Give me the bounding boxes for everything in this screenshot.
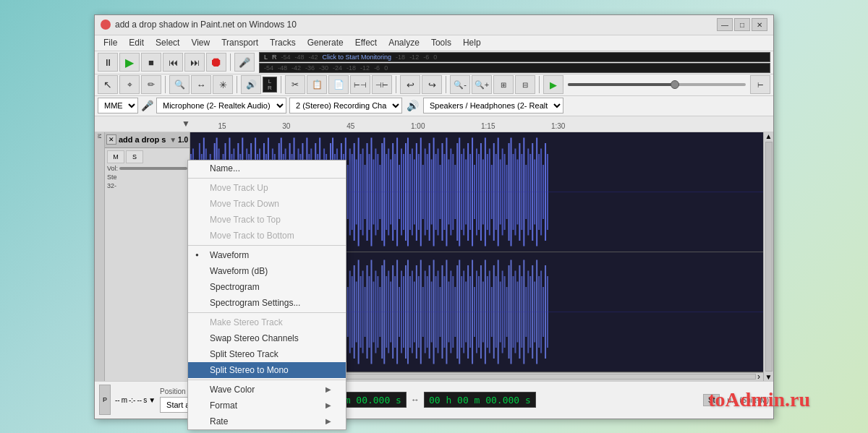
- skip-start-button[interactable]: ⏮: [163, 53, 183, 72]
- menu-analyze[interactable]: Analyze: [383, 36, 425, 49]
- resize-h-tool[interactable]: ↔: [191, 75, 211, 94]
- play2-button[interactable]: ▶: [543, 75, 563, 94]
- pause-button[interactable]: ⏸: [98, 53, 118, 72]
- ctx-wave-color[interactable]: Wave Color ▶: [188, 382, 346, 398]
- menu-tools[interactable]: Tools: [425, 36, 457, 49]
- status-text: St: [703, 394, 720, 406]
- status-area: St: [540, 394, 720, 406]
- draw-tool[interactable]: ✏: [141, 75, 161, 94]
- time-separator: ↔: [411, 395, 420, 405]
- cursor-tool[interactable]: ↖: [98, 75, 118, 94]
- rate-arrow: ▶: [326, 417, 331, 425]
- titlebar: add a drop shadow in Paint.net on Window…: [95, 15, 773, 35]
- menu-generate[interactable]: Generate: [302, 36, 349, 49]
- ctx-waveform[interactable]: Waveform: [188, 247, 346, 263]
- zoom-out-button[interactable]: 🔍-: [450, 75, 470, 94]
- multi-tool[interactable]: ✳: [213, 75, 233, 94]
- sep1: [230, 53, 231, 71]
- wave-color-arrow: ▶: [326, 385, 331, 393]
- context-menu: Name... Move Track Up Move Track Down Mo…: [187, 160, 346, 430]
- format-arrow: ▶: [326, 401, 331, 409]
- playback-end-btn[interactable]: ⊢: [750, 75, 770, 94]
- play-button[interactable]: ▶: [119, 53, 140, 72]
- mic-select[interactable]: Microphone (2- Realtek Audio): [156, 98, 286, 113]
- menu-help[interactable]: Help: [457, 36, 487, 49]
- zoom-in-tool[interactable]: 🔍: [169, 75, 190, 94]
- menu-effect[interactable]: Effect: [349, 36, 383, 49]
- skip-end-button[interactable]: ⏭: [184, 53, 205, 72]
- track-btn-row: M S: [107, 150, 187, 163]
- speaker-icon: 🔊: [407, 100, 419, 111]
- ctx-split-stereo[interactable]: Split Stereo Track: [188, 346, 346, 362]
- menu-transport[interactable]: Transport: [216, 36, 264, 49]
- mic-tool[interactable]: 🎤: [234, 53, 255, 72]
- sep4: [281, 76, 281, 93]
- mic-icon: 🎤: [141, 100, 153, 111]
- ctx-swap-stereo[interactable]: Swap Stereo Channels: [188, 330, 346, 346]
- menu-view[interactable]: View: [185, 36, 216, 49]
- minimize-button[interactable]: —: [717, 18, 733, 31]
- solo-button[interactable]: S: [126, 150, 143, 163]
- time-display-2: 00 h 00 m 00.000 s: [424, 392, 536, 408]
- volume-slider[interactable]: [119, 167, 187, 170]
- ruler-mark-115: 1:15: [481, 122, 495, 130]
- scroll-up-btn[interactable]: ▲: [765, 132, 773, 140]
- paste-button[interactable]: 📄: [328, 75, 349, 94]
- ctx-spectrogram-settings[interactable]: Spectrogram Settings...: [188, 295, 346, 311]
- envelope-tool[interactable]: ⌖: [119, 75, 140, 94]
- ctx-name[interactable]: Name...: [188, 160, 346, 176]
- undo-button[interactable]: ↩: [400, 75, 420, 94]
- api-select[interactable]: MME: [98, 98, 138, 113]
- ctx-make-stereo: Make Stereo Track: [188, 314, 346, 330]
- close-button[interactable]: ✕: [752, 18, 767, 31]
- menu-file[interactable]: File: [98, 36, 123, 49]
- speaker-select[interactable]: Speakers / Headphones (2- Realt: [423, 98, 563, 113]
- record-button[interactable]: ⏺: [206, 53, 226, 72]
- ctx-move-bottom: Move Track to Bottom: [188, 228, 346, 244]
- scroll-right-btn[interactable]: ›: [756, 372, 762, 381]
- ctx-split-mono[interactable]: Split Stereo to Mono: [188, 362, 346, 378]
- mute-button[interactable]: M: [107, 150, 124, 163]
- track-close-button[interactable]: ✕: [106, 134, 116, 145]
- zoom-in-button[interactable]: 🔍+: [472, 75, 492, 94]
- left-bar-label: M: [96, 134, 103, 139]
- menu-select[interactable]: Select: [150, 36, 185, 49]
- ruler-mark-130: 1:30: [551, 122, 565, 130]
- cut-button[interactable]: ✂: [285, 75, 305, 94]
- p-label: P: [99, 385, 111, 415]
- level-meters: L R -54 -48 -42 Click to Start Monitorin…: [259, 52, 770, 73]
- ctx-rate[interactable]: Rate ▶: [188, 413, 346, 429]
- copy-button[interactable]: 📋: [307, 75, 327, 94]
- rate-label: 32-: [107, 182, 187, 189]
- scroll-down-btn[interactable]: ▼: [765, 373, 773, 381]
- toolbar-transport: ⏸ ▶ ■ ⏮ ⏭ ⏺ 🎤 L R -54 -48 -42 Click to S…: [95, 51, 773, 74]
- zoom-fit-button[interactable]: ⊞: [493, 75, 514, 94]
- sep5: [396, 76, 396, 93]
- menu-tracks[interactable]: Tracks: [264, 36, 302, 49]
- ruler-mark-30: 30: [282, 122, 290, 130]
- stop-button[interactable]: ■: [141, 53, 161, 72]
- ctx-format[interactable]: Format ▶: [188, 398, 346, 413]
- zoom-sel-button[interactable]: ⊟: [515, 75, 535, 94]
- trim-button[interactable]: ⊢⊣: [350, 75, 370, 94]
- v-scrollbar-track[interactable]: [765, 142, 773, 372]
- meter-monitor-label[interactable]: Click to Start Monitoring: [323, 53, 392, 61]
- ctx-sep-3: [188, 312, 346, 313]
- silence-button[interactable]: ⊣⊢: [372, 75, 392, 94]
- menubar: File Edit Select View Transport Tracks G…: [95, 35, 773, 51]
- redo-button[interactable]: ↪: [422, 75, 442, 94]
- meter-row-1: L R -54 -48 -42 Click to Start Monitorin…: [259, 52, 770, 62]
- ctx-waveform-db[interactable]: Waveform (dB): [188, 263, 346, 279]
- ctx-spectrogram[interactable]: Spectrogram: [188, 279, 346, 295]
- sep2: [165, 76, 166, 93]
- ctx-sep-2: [188, 245, 346, 246]
- window-controls: — □ ✕: [717, 18, 767, 31]
- v-scrollbar[interactable]: ▲ ▼: [763, 132, 773, 381]
- channels-select[interactable]: 2 (Stereo) Recording Cha: [289, 98, 402, 113]
- volume-row: Vol:: [107, 165, 187, 172]
- track-menu-arrow[interactable]: ▼: [169, 136, 176, 144]
- ctx-sep-4: [188, 380, 346, 380]
- menu-edit[interactable]: Edit: [123, 36, 150, 49]
- maximize-button[interactable]: □: [734, 18, 750, 31]
- speaker-tool[interactable]: 🔊: [241, 75, 261, 94]
